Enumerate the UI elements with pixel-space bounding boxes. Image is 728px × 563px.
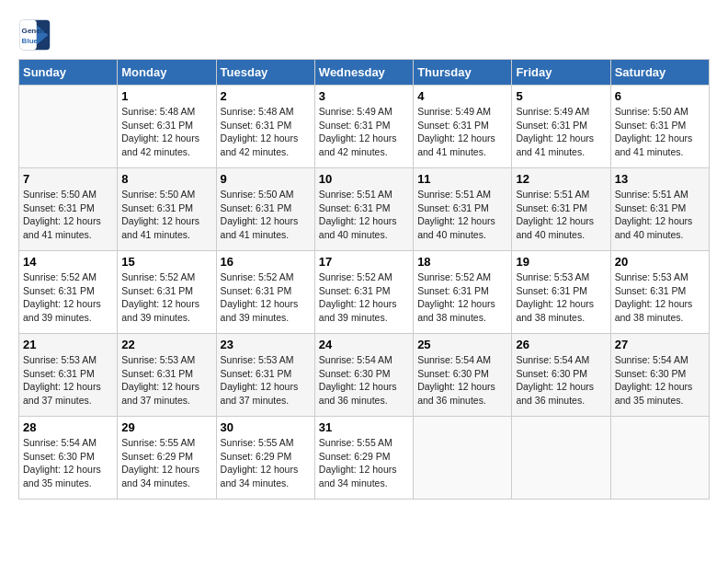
day-info: Sunrise: 5:51 AM Sunset: 6:31 PM Dayligh… [516,188,606,242]
header-cell-wednesday: Wednesday [314,60,413,86]
day-info: Sunrise: 5:52 AM Sunset: 6:31 PM Dayligh… [221,270,311,325]
calendar-cell: 9Sunrise: 5:50 AM Sunset: 6:31 PM Daylig… [216,168,314,251]
day-number: 26 [516,338,606,351]
calendar-cell: 12Sunrise: 5:51 AM Sunset: 6:31 PM Dayli… [512,168,610,251]
day-info: Sunrise: 5:54 AM Sunset: 6:30 PM Dayligh… [516,353,606,408]
day-number: 12 [516,172,606,186]
calendar-cell: 31Sunrise: 5:55 AM Sunset: 6:29 PM Dayli… [314,417,413,500]
calendar-cell: 4Sunrise: 5:49 AM Sunset: 6:31 PM Daylig… [414,86,512,168]
day-info: Sunrise: 5:55 AM Sunset: 6:29 PM Dayligh… [121,436,211,490]
day-info: Sunrise: 5:50 AM Sunset: 6:31 PM Dayligh… [615,105,705,159]
page-header: General Blue [18,18,710,52]
day-info: Sunrise: 5:53 AM Sunset: 6:31 PM Dayligh… [516,270,606,325]
day-number: 27 [615,338,705,351]
day-number: 18 [417,255,507,269]
day-info: Sunrise: 5:50 AM Sunset: 6:31 PM Dayligh… [221,188,311,242]
day-number: 14 [23,255,113,269]
calendar-cell: 22Sunrise: 5:53 AM Sunset: 6:31 PM Dayli… [118,334,216,417]
day-number: 15 [121,255,211,269]
calendar-cell: 21Sunrise: 5:53 AM Sunset: 6:31 PM Dayli… [19,334,118,417]
day-info: Sunrise: 5:54 AM Sunset: 6:30 PM Dayligh… [319,353,409,408]
week-row-5: 28Sunrise: 5:54 AM Sunset: 6:30 PM Dayli… [19,417,710,500]
calendar-cell [19,86,118,168]
calendar-cell: 19Sunrise: 5:53 AM Sunset: 6:31 PM Dayli… [512,251,610,334]
calendar-cell: 15Sunrise: 5:52 AM Sunset: 6:31 PM Dayli… [118,251,216,334]
week-row-3: 14Sunrise: 5:52 AM Sunset: 6:31 PM Dayli… [19,251,710,334]
calendar-cell: 10Sunrise: 5:51 AM Sunset: 6:31 PM Dayli… [314,168,413,251]
header-cell-thursday: Thursday [414,60,512,86]
day-number: 9 [221,172,311,186]
day-number: 25 [417,338,507,351]
day-info: Sunrise: 5:51 AM Sunset: 6:31 PM Dayligh… [319,188,409,242]
day-info: Sunrise: 5:49 AM Sunset: 6:31 PM Dayligh… [516,105,606,159]
header-cell-saturday: Saturday [610,60,709,86]
calendar-cell: 26Sunrise: 5:54 AM Sunset: 6:30 PM Dayli… [512,334,610,417]
calendar-cell: 27Sunrise: 5:54 AM Sunset: 6:30 PM Dayli… [610,334,709,417]
calendar-cell: 18Sunrise: 5:52 AM Sunset: 6:31 PM Dayli… [414,251,512,334]
day-number: 24 [319,338,409,351]
header-cell-tuesday: Tuesday [216,60,314,86]
day-info: Sunrise: 5:49 AM Sunset: 6:31 PM Dayligh… [417,105,507,159]
header-cell-sunday: Sunday [19,60,118,86]
calendar-cell: 8Sunrise: 5:50 AM Sunset: 6:31 PM Daylig… [118,168,216,251]
day-info: Sunrise: 5:48 AM Sunset: 6:31 PM Dayligh… [221,105,311,159]
day-number: 23 [221,338,311,351]
calendar-cell: 16Sunrise: 5:52 AM Sunset: 6:31 PM Dayli… [216,251,314,334]
calendar-cell [414,417,512,500]
day-info: Sunrise: 5:51 AM Sunset: 6:31 PM Dayligh… [615,188,705,242]
day-number: 2 [221,89,311,103]
calendar-cell: 13Sunrise: 5:51 AM Sunset: 6:31 PM Dayli… [610,168,709,251]
day-number: 17 [319,255,409,269]
day-info: Sunrise: 5:52 AM Sunset: 6:31 PM Dayligh… [417,270,507,325]
day-info: Sunrise: 5:52 AM Sunset: 6:31 PM Dayligh… [23,270,113,325]
day-info: Sunrise: 5:48 AM Sunset: 6:31 PM Dayligh… [121,105,211,159]
calendar-cell: 5Sunrise: 5:49 AM Sunset: 6:31 PM Daylig… [512,86,610,168]
day-number: 8 [121,172,211,186]
svg-text:General: General [22,27,50,35]
day-info: Sunrise: 5:50 AM Sunset: 6:31 PM Dayligh… [23,188,113,242]
calendar-cell: 11Sunrise: 5:51 AM Sunset: 6:31 PM Dayli… [414,168,512,251]
day-number: 31 [319,420,409,434]
calendar-cell: 7Sunrise: 5:50 AM Sunset: 6:31 PM Daylig… [19,168,118,251]
day-number: 28 [23,420,113,434]
header-cell-friday: Friday [512,60,610,86]
day-number: 5 [516,89,606,103]
week-row-2: 7Sunrise: 5:50 AM Sunset: 6:31 PM Daylig… [19,168,710,251]
day-info: Sunrise: 5:54 AM Sunset: 6:30 PM Dayligh… [615,353,705,408]
day-number: 29 [121,420,211,434]
day-info: Sunrise: 5:54 AM Sunset: 6:30 PM Dayligh… [417,353,507,408]
calendar-cell: 28Sunrise: 5:54 AM Sunset: 6:30 PM Dayli… [19,417,118,500]
logo-icon: General Blue [18,18,51,52]
week-row-4: 21Sunrise: 5:53 AM Sunset: 6:31 PM Dayli… [19,334,710,417]
calendar-cell: 20Sunrise: 5:53 AM Sunset: 6:31 PM Dayli… [610,251,709,334]
day-number: 19 [516,255,606,269]
day-info: Sunrise: 5:55 AM Sunset: 6:29 PM Dayligh… [319,436,409,490]
calendar-table: SundayMondayTuesdayWednesdayThursdayFrid… [18,59,710,500]
day-number: 6 [615,89,705,103]
day-number: 10 [319,172,409,186]
calendar-cell: 24Sunrise: 5:54 AM Sunset: 6:30 PM Dayli… [314,334,413,417]
calendar-cell: 1Sunrise: 5:48 AM Sunset: 6:31 PM Daylig… [118,86,216,168]
calendar-cell: 14Sunrise: 5:52 AM Sunset: 6:31 PM Dayli… [19,251,118,334]
header-cell-monday: Monday [118,60,216,86]
svg-text:Blue: Blue [22,37,39,45]
day-info: Sunrise: 5:53 AM Sunset: 6:31 PM Dayligh… [23,353,113,408]
day-info: Sunrise: 5:52 AM Sunset: 6:31 PM Dayligh… [121,270,211,325]
day-info: Sunrise: 5:51 AM Sunset: 6:31 PM Dayligh… [417,188,507,242]
day-number: 7 [23,172,113,186]
day-number: 20 [615,255,705,269]
day-info: Sunrise: 5:49 AM Sunset: 6:31 PM Dayligh… [319,105,409,159]
header-row: SundayMondayTuesdayWednesdayThursdayFrid… [19,60,710,86]
week-row-1: 1Sunrise: 5:48 AM Sunset: 6:31 PM Daylig… [19,86,710,168]
calendar-cell: 25Sunrise: 5:54 AM Sunset: 6:30 PM Dayli… [414,334,512,417]
day-number: 11 [417,172,507,186]
day-number: 13 [615,172,705,186]
day-number: 30 [221,420,311,434]
calendar-cell: 30Sunrise: 5:55 AM Sunset: 6:29 PM Dayli… [216,417,314,500]
calendar-cell: 3Sunrise: 5:49 AM Sunset: 6:31 PM Daylig… [314,86,413,168]
day-number: 22 [121,338,211,351]
calendar-cell: 17Sunrise: 5:52 AM Sunset: 6:31 PM Dayli… [314,251,413,334]
calendar-cell [610,417,709,500]
day-info: Sunrise: 5:55 AM Sunset: 6:29 PM Dayligh… [221,436,311,490]
calendar-cell: 6Sunrise: 5:50 AM Sunset: 6:31 PM Daylig… [610,86,709,168]
